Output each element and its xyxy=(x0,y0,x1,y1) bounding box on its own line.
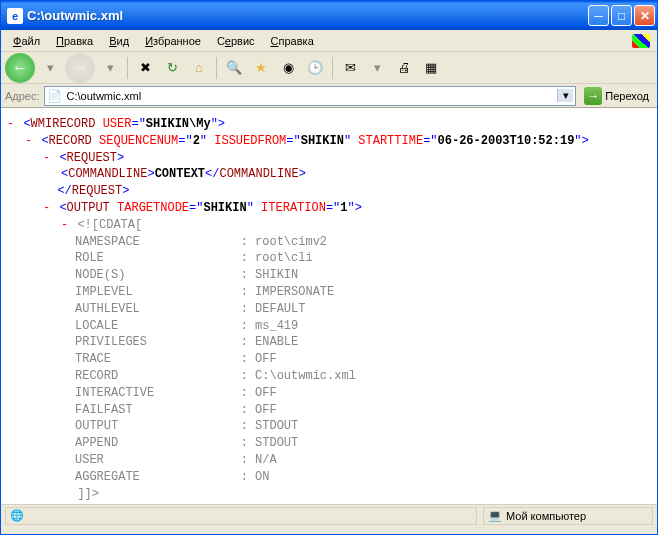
titlebar: e C:\outwmic.xml ─ □ ✕ xyxy=(1,1,657,30)
edit-button[interactable]: ▦ xyxy=(419,56,443,80)
xml-line: - <WMIRECORD USER="SHIKIN\My"> xyxy=(7,116,651,133)
status-left: 🌐 xyxy=(5,507,477,525)
statusbar: 🌐 💻 Мой компьютер xyxy=(1,504,657,526)
status-zone: 💻 Мой компьютер xyxy=(483,507,653,525)
back-dropdown[interactable]: ▾ xyxy=(38,56,62,80)
window-buttons: ─ □ ✕ xyxy=(588,5,655,26)
maximize-button[interactable]: □ xyxy=(611,5,632,26)
back-button[interactable]: ← xyxy=(5,53,35,83)
address-field[interactable]: 📄 C:\outwmic.xml ▾ xyxy=(44,86,577,106)
address-label: Адрес: xyxy=(5,90,40,102)
separator xyxy=(332,57,333,79)
xml-line: - <OUTPUT TARGETNODE="SHIKIN" ITERATION=… xyxy=(43,200,651,217)
menu-help[interactable]: Справка xyxy=(263,33,322,49)
mail-button[interactable]: ✉ xyxy=(338,56,362,80)
media-button[interactable]: ◉ xyxy=(276,56,300,80)
computer-icon: 💻 xyxy=(488,509,502,523)
xml-line: </OUTPUT> xyxy=(43,502,651,504)
address-dropdown[interactable]: ▾ xyxy=(557,89,573,102)
address-text: C:\outwmic.xml xyxy=(67,90,558,102)
close-button[interactable]: ✕ xyxy=(634,5,655,26)
zone-label: Мой компьютер xyxy=(506,510,586,522)
forward-dropdown: ▾ xyxy=(98,56,122,80)
xml-line: ]]> xyxy=(63,486,651,503)
go-label: Переход xyxy=(605,90,649,102)
windows-flag-icon xyxy=(629,32,653,50)
address-bar: Адрес: 📄 C:\outwmic.xml ▾ → Переход xyxy=(1,84,657,108)
menu-edit[interactable]: Правка xyxy=(48,33,101,49)
xml-line: - <RECORD SEQUENCENUM="2" ISSUEDFROM="SH… xyxy=(25,133,651,150)
menu-favorites[interactable]: Избранное xyxy=(137,33,209,49)
history-button[interactable]: 🕒 xyxy=(303,56,327,80)
toolbar: ← ▾ → ▾ ✖ ↻ ⌂ 🔍 ★ ◉ 🕒 ✉ ▾ 🖨 ▦ xyxy=(1,52,657,84)
favorites-button[interactable]: ★ xyxy=(249,56,273,80)
cdata-body: NAMESPACE : root\cimv2 ROLE : root\cli N… xyxy=(75,234,651,486)
ie-icon: e xyxy=(7,8,23,24)
menubar: Файл Правка Вид Избранное Сервис Справка xyxy=(1,30,657,52)
content-area[interactable]: - <WMIRECORD USER="SHIKIN\My"> - <RECORD… xyxy=(1,108,657,504)
search-button[interactable]: 🔍 xyxy=(222,56,246,80)
go-arrow-icon: → xyxy=(584,87,602,105)
forward-button: → xyxy=(65,53,95,83)
minimize-button[interactable]: ─ xyxy=(588,5,609,26)
home-button[interactable]: ⌂ xyxy=(187,56,211,80)
print-button[interactable]: 🖨 xyxy=(392,56,416,80)
separator xyxy=(127,57,128,79)
go-button[interactable]: → Переход xyxy=(580,87,653,105)
ie-page-icon: 📄 xyxy=(47,88,63,104)
xml-line: <COMMANDLINE>CONTEXT</COMMANDLINE> xyxy=(61,166,651,183)
menu-view[interactable]: Вид xyxy=(101,33,137,49)
xml-line: - <REQUEST> xyxy=(43,150,651,167)
refresh-button[interactable]: ↻ xyxy=(160,56,184,80)
window-title: C:\outwmic.xml xyxy=(27,8,588,23)
xml-line: - <![CDATA[ xyxy=(61,217,651,234)
menu-file[interactable]: Файл xyxy=(5,33,48,49)
menu-tools[interactable]: Сервис xyxy=(209,33,263,49)
stop-button[interactable]: ✖ xyxy=(133,56,157,80)
separator xyxy=(216,57,217,79)
ie-status-icon: 🌐 xyxy=(10,509,24,523)
xml-line: </REQUEST> xyxy=(43,183,651,200)
mail-dropdown[interactable]: ▾ xyxy=(365,56,389,80)
